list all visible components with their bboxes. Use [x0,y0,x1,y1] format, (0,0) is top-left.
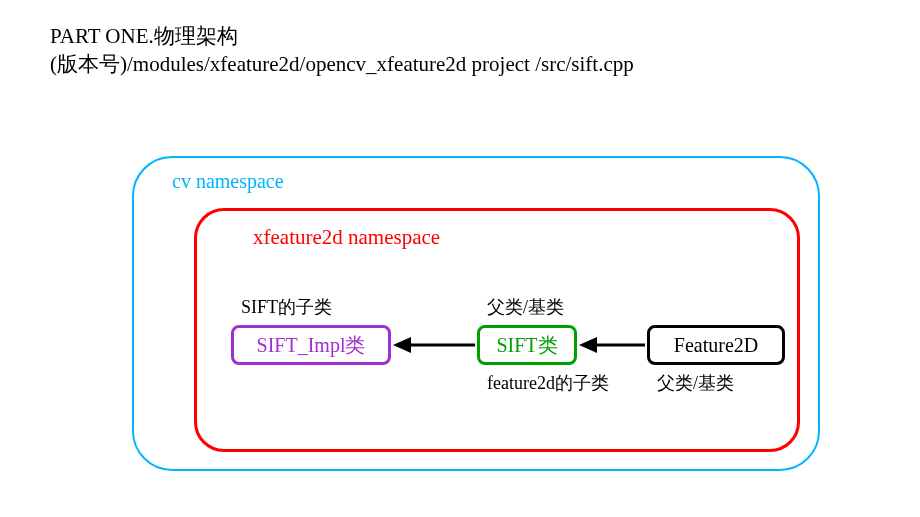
svg-marker-1 [393,337,411,353]
svg-marker-3 [579,337,597,353]
arrow-feature2d-to-sift [579,335,647,355]
arrow-sift-to-siftimpl [393,335,477,355]
sift-impl-note-top: SIFT的子类 [241,295,332,319]
cv-namespace-label: cv namespace [172,170,284,193]
xfeature2d-namespace-label: xfeature2d namespace [253,225,440,250]
sift-impl-class-box: SIFT_Impl类 [231,325,391,365]
sift-note-bottom: feature2d的子类 [487,371,609,395]
feature2d-class-box: Feature2D [647,325,785,365]
header-line1: PART ONE.物理架构 [50,22,634,50]
sift-note-top: 父类/基类 [487,295,564,319]
sift-class-box: SIFT类 [477,325,577,365]
cv-namespace-box: cv namespace xfeature2d namespace SIFT的子… [132,156,820,471]
header-block: PART ONE.物理架构 (版本号)/modules/xfeature2d/o… [50,22,634,79]
feature2d-note-bottom: 父类/基类 [657,371,734,395]
header-line2: (版本号)/modules/xfeature2d/opencv_xfeature… [50,50,634,78]
xfeature2d-namespace-box: xfeature2d namespace SIFT的子类 父类/基类 SIFT_… [194,208,800,452]
